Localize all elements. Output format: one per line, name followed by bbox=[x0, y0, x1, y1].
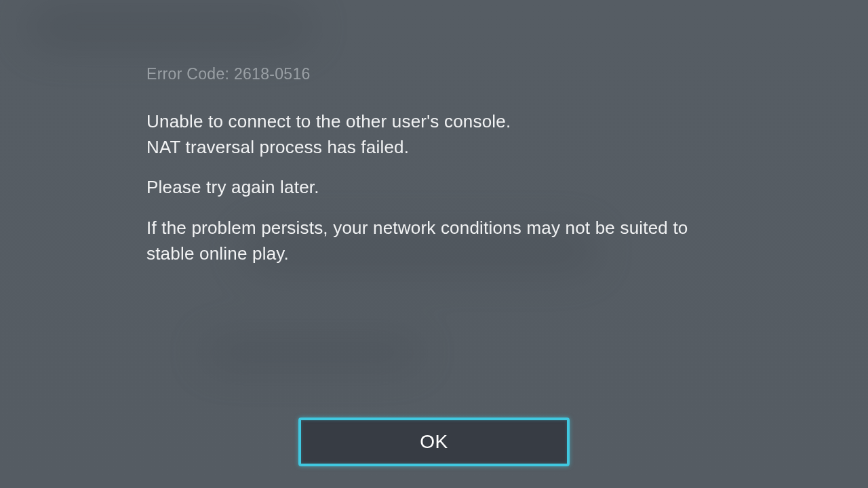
ok-button-label: OK bbox=[420, 431, 448, 453]
error-code-value: 2618-0516 bbox=[234, 65, 311, 83]
error-code-label: Error Code: bbox=[146, 65, 234, 83]
ok-button[interactable]: OK bbox=[298, 418, 570, 466]
dialog-content: Error Code: 2618-0516 Unable to connect … bbox=[146, 65, 730, 266]
button-row: OK bbox=[0, 418, 868, 466]
dialog-message: Unable to connect to the other user's co… bbox=[146, 109, 730, 266]
error-dialog-screen: Error Code: 2618-0516 Unable to connect … bbox=[0, 0, 868, 488]
message-para-3: If the problem persists, your network co… bbox=[146, 216, 730, 266]
message-para-2: Please try again later. bbox=[146, 175, 730, 201]
error-code-line: Error Code: 2618-0516 bbox=[146, 65, 730, 83]
message-line-1: Unable to connect to the other user's co… bbox=[146, 111, 511, 131]
message-para-1: Unable to connect to the other user's co… bbox=[146, 109, 730, 160]
message-line-2: NAT traversal process has failed. bbox=[146, 137, 409, 157]
